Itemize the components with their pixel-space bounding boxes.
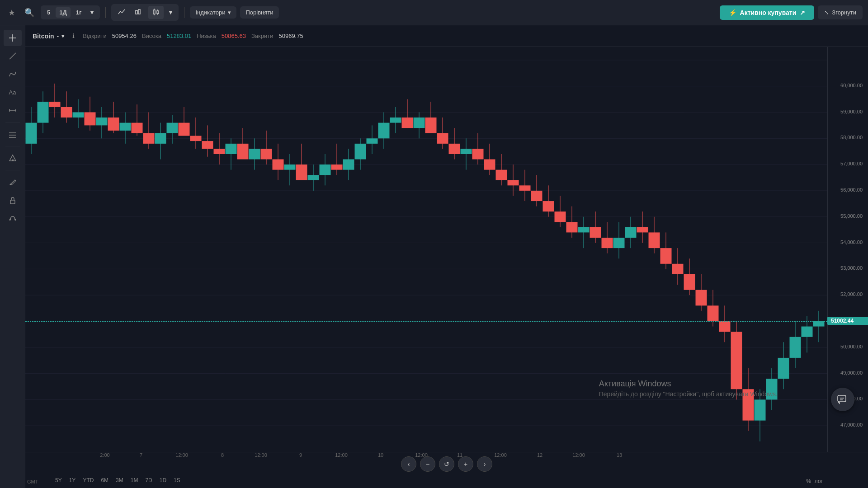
magnet-tool-button[interactable] [4, 210, 22, 226]
scale-selector: % лог [806, 478, 823, 484]
minimize-button[interactable]: ⤡ Згорнути [818, 5, 863, 19]
chart-candle-button[interactable] [148, 6, 164, 19]
compare-label: Порівняти [245, 9, 273, 16]
nav-refresh-button[interactable]: ↺ [439, 456, 454, 472]
candlestick-chart[interactable] [25, 47, 827, 452]
interval-group: 5 1Д 1г ▾ [41, 5, 100, 19]
price-axis-label: 50,000.00 [827, 344, 866, 349]
period-7D-button[interactable]: 7D [142, 476, 155, 484]
nav-prev-button[interactable]: ‹ [401, 456, 416, 472]
chat-button[interactable] [831, 388, 854, 411]
pattern-tool-button[interactable] [4, 150, 22, 166]
time-label: 8 [221, 452, 224, 458]
candle-chart-icon [152, 8, 160, 16]
lock-icon [8, 196, 17, 205]
nav-next-button[interactable]: › [477, 456, 492, 472]
top-bar: ★ 🔍 5 1Д 1г ▾ [0, 0, 868, 25]
indicators-button[interactable]: Індикатори ▾ [190, 6, 236, 19]
period-3M-button[interactable]: 3M [113, 476, 126, 484]
compare-button[interactable]: Порівняти [240, 6, 278, 19]
svg-rect-5 [157, 11, 159, 14]
open-label: Відкрити [83, 33, 107, 39]
close-value: 50969.75 [278, 33, 303, 39]
period-1M-button[interactable]: 1M [128, 476, 141, 484]
main-layout: Aa [0, 25, 868, 488]
text-tool-label: Aa [9, 89, 16, 96]
symbol-info-button[interactable]: ℹ [70, 31, 77, 41]
period-1Y-button[interactable]: 1Y [66, 476, 79, 484]
search-button[interactable]: 🔍 [22, 6, 37, 19]
indicators-chevron-icon: ▾ [228, 9, 231, 16]
line-tool-button[interactable] [4, 48, 22, 64]
favorite-button[interactable]: ★ [5, 6, 18, 19]
period-selector: 5Y1YYTD6M3M1M7D1D1S [52, 476, 183, 484]
crosshair-tool-button[interactable] [4, 30, 22, 46]
toolbar-divider-1 [105, 7, 106, 18]
open-value: 50954.26 [112, 33, 137, 39]
ohlc-info: Відкрити 50954.26 Висока 51283.01 Низька… [83, 33, 303, 39]
period-6M-button[interactable]: 6M [98, 476, 111, 484]
buy-button[interactable]: ⚡ Активно купувати ↗ [720, 5, 815, 20]
chart-type-dropdown-button[interactable]: ▾ [165, 7, 176, 18]
price-axis-label: 53,000.00 [827, 265, 866, 271]
minimize-icon: ⤡ [824, 9, 829, 16]
price-axis-label: 54,000.00 [827, 239, 866, 245]
price-axis-label: 57,000.00 [827, 161, 866, 166]
time-label: 13 [617, 452, 622, 458]
interval-dropdown-button[interactable]: ▾ [87, 7, 97, 18]
price-axis-label: 56,000.00 [827, 187, 866, 192]
line-draw-icon [8, 52, 17, 61]
hline-tool-button[interactable] [4, 126, 22, 142]
current-price-tag: 51002.44 [827, 317, 868, 325]
sidebar-divider-3 [5, 170, 20, 170]
freehand-tool-button[interactable] [4, 66, 22, 82]
interval-1d-button[interactable]: 1Д [56, 7, 71, 18]
area-chart-icon [135, 8, 143, 16]
close-label: Закрити [251, 33, 273, 39]
sidebar-divider-2 [5, 146, 20, 146]
top-bar-left: ★ 🔍 5 1Д 1г ▾ [5, 4, 279, 21]
chart-area-button[interactable] [131, 6, 146, 19]
crosshair-icon [8, 33, 17, 42]
measure-tool-button[interactable] [4, 102, 22, 118]
svg-rect-2 [153, 10, 155, 14]
svg-rect-1 [138, 9, 140, 14]
interval-1h-button[interactable]: 1г [72, 7, 85, 18]
chat-icon [837, 394, 849, 405]
indicators-label: Індикатори [195, 9, 225, 16]
line-chart-icon [118, 8, 126, 16]
time-label: 12 [537, 452, 542, 458]
buy-arrow-icon: ↗ [800, 9, 805, 16]
text-tool-button[interactable]: Aa [4, 84, 22, 100]
period-1S-button[interactable]: 1S [171, 476, 183, 484]
low-value: 50865.63 [222, 33, 246, 39]
gmt-label: GMT [27, 479, 38, 484]
minimize-label: Згорнути [832, 9, 856, 16]
magnet-icon [8, 214, 17, 223]
price-axis-label: 55,000.00 [827, 213, 866, 219]
symbol-selector[interactable]: Bitcoin - ▾ [33, 33, 64, 40]
hline-icon [8, 130, 17, 139]
chart-container: Bitcoin - ▾ ℹ Відкрити 50954.26 Висока 5… [25, 25, 868, 488]
buy-label: Активно купувати [740, 9, 797, 16]
svg-line-10 [9, 53, 16, 59]
chart-line-button[interactable] [114, 6, 129, 19]
interval-5-button[interactable]: 5 [43, 7, 54, 18]
period-YTD-button[interactable]: YTD [80, 476, 96, 484]
time-label: 12:00 [494, 452, 507, 458]
high-value: 51283.01 [167, 33, 191, 39]
period-1D-button[interactable]: 1D [157, 476, 169, 484]
nav-zoom-out-button[interactable]: − [420, 456, 435, 472]
pencil-tool-button[interactable] [4, 174, 22, 190]
log-scale-button[interactable]: лог [815, 478, 823, 484]
measure-icon [8, 106, 17, 115]
period-5Y-button[interactable]: 5Y [52, 476, 65, 484]
percent-scale-button[interactable]: % [806, 478, 811, 484]
nav-zoom-in-button[interactable]: + [458, 456, 473, 472]
svg-rect-0 [136, 10, 137, 14]
price-axis-label: 58,000.00 [827, 135, 866, 140]
chart-canvas-area[interactable]: 51002.44 60,000.0059,000.0058,000.0057,0… [25, 47, 868, 452]
sidebar-divider-1 [5, 122, 20, 122]
lock-tool-button[interactable] [4, 192, 22, 208]
freehand-icon [8, 70, 17, 79]
